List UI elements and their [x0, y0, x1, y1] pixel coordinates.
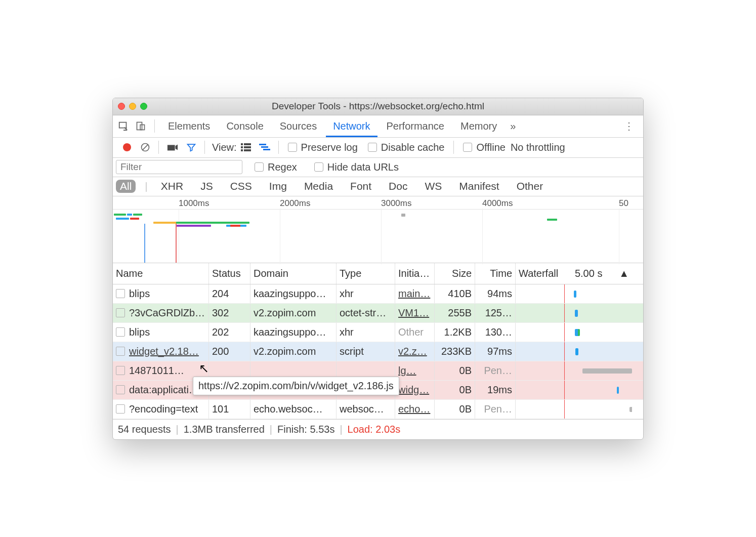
disable-cache-label: Disable cache — [381, 142, 445, 153]
svg-rect-11 — [244, 149, 251, 151]
col-size[interactable]: Size — [435, 263, 475, 284]
tab-network[interactable]: Network — [326, 115, 377, 137]
request-waterfall — [516, 381, 632, 399]
type-font[interactable]: Font — [346, 180, 375, 193]
filter-row: Regex Hide data URLs — [113, 158, 643, 177]
request-size: 0B — [435, 381, 475, 399]
filter-input[interactable] — [116, 160, 242, 174]
tab-sources[interactable]: Sources — [273, 115, 324, 137]
type-xhr[interactable]: XHR — [157, 180, 187, 193]
type-media[interactable]: Media — [300, 180, 337, 193]
separator — [158, 141, 159, 154]
type-other[interactable]: Other — [513, 180, 548, 193]
table-row[interactable]: ?encoding=text 101 echo.websoc… websoc… … — [113, 400, 643, 419]
tab-memory[interactable]: Memory — [453, 115, 504, 137]
waterfall-label: Waterfall — [519, 268, 558, 279]
request-initiator[interactable]: VM1… — [395, 304, 435, 322]
col-domain[interactable]: Domain — [250, 263, 337, 284]
type-all[interactable]: All — [116, 180, 136, 193]
inspect-element-icon[interactable] — [116, 118, 131, 134]
disable-cache-checkbox[interactable]: Disable cache — [368, 142, 445, 153]
offline-checkbox[interactable]: Offline — [463, 142, 505, 153]
type-doc[interactable]: Doc — [385, 180, 411, 193]
request-waterfall — [516, 284, 632, 303]
tabs-overflow[interactable]: » — [506, 120, 520, 132]
request-domain: kaazingsuppo… — [250, 284, 337, 303]
hide-data-urls-checkbox[interactable]: Hide data URLs — [314, 161, 399, 173]
col-name[interactable]: Name — [113, 263, 209, 284]
col-waterfall[interactable]: Waterfall 5.00 s ▲ — [516, 263, 632, 284]
table-row[interactable]: ?3vCaGRDlZb… 302 v2.zopim.com octet-str…… — [113, 304, 643, 323]
types-row: All | XHR JS CSS Img Media Font Doc WS M… — [113, 177, 643, 196]
traffic-lights — [118, 103, 147, 110]
type-ws[interactable]: WS — [421, 180, 446, 193]
device-toolbar-icon[interactable] — [133, 118, 148, 134]
request-type: websoc… — [337, 400, 395, 419]
status-transferred: 1.3MB transferred — [184, 424, 265, 435]
request-status: 204 — [209, 284, 250, 303]
request-initiator[interactable]: widg… — [395, 381, 435, 399]
col-type[interactable]: Type — [337, 263, 395, 284]
tab-console[interactable]: Console — [219, 115, 270, 137]
offline-label: Offline — [476, 142, 505, 153]
url-tooltip: https://v2.zopim.com/bin/v/widget_v2.186… — [193, 377, 399, 395]
minimize-window-button[interactable] — [129, 103, 136, 110]
filter-icon[interactable] — [186, 142, 196, 152]
request-waterfall — [516, 323, 632, 342]
tab-elements[interactable]: Elements — [161, 115, 217, 137]
table-row[interactable]: widget_v2.18… 200 v2.zopim.com script v2… — [113, 342, 643, 361]
view-list-icon[interactable] — [241, 143, 251, 151]
request-initiator[interactable]: lg… — [395, 361, 435, 380]
type-manifest[interactable]: Manifest — [455, 180, 503, 193]
col-initiator[interactable]: Initia… — [395, 263, 435, 284]
col-status[interactable]: Status — [209, 263, 250, 284]
request-time: 97ms — [475, 342, 516, 361]
svg-rect-8 — [241, 146, 243, 148]
timeline-overview[interactable]: 1000ms 2000ms 3000ms 4000ms 50 — [113, 196, 643, 263]
separator — [278, 141, 279, 154]
separator — [453, 141, 454, 154]
capture-screenshots-icon[interactable] — [167, 143, 178, 151]
kebab-menu-icon[interactable]: ⋮ — [618, 120, 640, 132]
request-initiator[interactable]: v2.z… — [395, 342, 435, 361]
clear-button[interactable] — [140, 142, 150, 152]
table-row[interactable]: blips 202 kaazingsuppo… xhr Other 1.2KB … — [113, 323, 643, 342]
svg-rect-13 — [261, 146, 268, 148]
file-icon — [116, 385, 125, 394]
separator — [204, 141, 205, 154]
regex-checkbox[interactable]: Regex — [255, 161, 297, 173]
overview-bars — [113, 211, 643, 263]
close-window-button[interactable] — [118, 103, 125, 110]
type-css[interactable]: CSS — [226, 180, 256, 193]
tab-performance[interactable]: Performance — [380, 115, 452, 137]
table-row[interactable]: blips 204 kaazingsuppo… xhr main… 410B 9… — [113, 284, 643, 304]
request-domain: kaazingsuppo… — [250, 323, 337, 342]
svg-line-4 — [142, 144, 148, 150]
request-initiator[interactable]: Other — [395, 323, 435, 342]
ov-tick: 2000ms — [280, 198, 310, 209]
request-type: script — [337, 342, 395, 361]
col-time[interactable]: Time — [475, 263, 516, 284]
request-initiator[interactable]: main… — [395, 284, 435, 303]
request-time: 125… — [475, 304, 516, 322]
titlebar: Developer Tools - https://websocket.org/… — [113, 98, 643, 115]
type-js[interactable]: JS — [196, 180, 217, 193]
request-domain: v2.zopim.com — [250, 342, 337, 361]
preserve-log-label: Preserve log — [301, 142, 358, 153]
svg-rect-0 — [119, 122, 127, 128]
record-button[interactable] — [123, 143, 131, 151]
request-type: xhr — [337, 323, 395, 342]
maximize-window-button[interactable] — [140, 103, 147, 110]
file-icon — [116, 347, 125, 356]
window-title: Developer Tools - https://websocket.org/… — [113, 101, 643, 112]
preserve-log-checkbox[interactable]: Preserve log — [288, 142, 358, 153]
request-size: 410B — [435, 284, 475, 303]
request-size: 0B — [435, 400, 475, 419]
waterfall-scale: 5.00 s — [575, 268, 602, 279]
throttling-select[interactable]: No throttling — [511, 142, 565, 153]
request-status: 200 — [209, 342, 250, 361]
type-img[interactable]: Img — [265, 180, 291, 193]
view-waterfall-icon[interactable] — [259, 144, 270, 151]
request-size: 255B — [435, 304, 475, 322]
request-initiator[interactable]: echo… — [395, 400, 435, 419]
